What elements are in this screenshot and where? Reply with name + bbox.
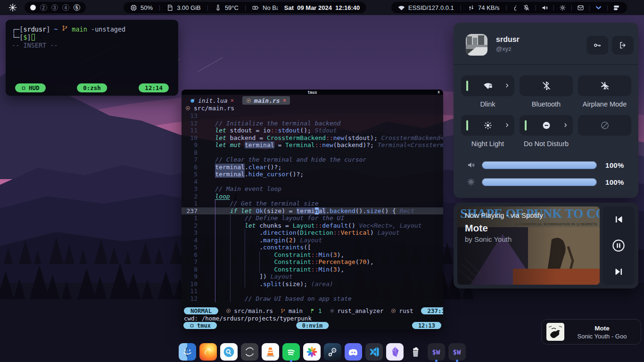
diagnostics-label: 1 [318,307,322,314]
workspace-2[interactable]: 2 [40,4,47,11]
token: ([ [304,244,311,251]
dock-steam[interactable] [324,343,341,361]
token: // Main event loop [200,185,281,192]
status-pill[interactable]: tmux [183,322,217,329]
running-indicator [435,360,438,362]
code-text: // Define layout for the UI [200,214,344,222]
cpu[interactable]: 50% [130,4,153,11]
toggle-button-blank[interactable] [578,115,631,136]
winbar: src/main.rs [185,105,234,111]
temperature[interactable]: 59°C [215,4,239,11]
microphone-muted[interactable] [520,4,533,11]
main-terminal-window[interactable]: tmux x init.lua×main.rs× src/main.rs 131… [182,90,443,330]
dock-photos[interactable] [303,343,321,361]
dock-obs[interactable] [241,343,258,361]
toggle-button-Bluetooth[interactable] [520,75,573,96]
code-text: Constraint::Percentage(70), [200,258,374,266]
workspace-4[interactable]: 4 [62,4,69,11]
token: Percentage [318,258,355,265]
volume[interactable] [538,4,552,11]
memory[interactable]: 3.00 GiB [166,4,201,11]
toggle-button-Night Light[interactable] [461,115,514,136]
toggle-button-Airplane Mode[interactable] [578,75,631,96]
token: ( [330,266,333,273]
token: ), [337,251,345,258]
logout-button[interactable] [612,36,634,55]
toggle-button-Do Not Disturb[interactable] [520,115,573,136]
settings[interactable] [556,4,570,11]
line-number: 7 [182,156,198,164]
toggle-button-Dlink[interactable] [461,75,514,96]
dock-vscode[interactable] [365,343,383,361]
dock-vlc[interactable] [262,343,279,361]
dock-firefox[interactable] [199,343,217,361]
volume-slider-row: 100% [454,160,638,170]
dock-spotify[interactable] [282,343,300,361]
tab-init.lua[interactable]: init.lua× [186,96,238,105]
token: let [215,141,226,148]
temperature-label: 59°C [225,4,239,11]
tab-close-icon[interactable]: × [283,97,286,104]
workspace-1[interactable] [30,5,36,10]
token: main [72,25,87,33]
git-branch-icon [62,25,68,32]
square-icon [190,323,194,328]
tab-main.rs[interactable]: main.rs× [242,96,290,105]
token: Ok [256,207,263,214]
indent-guide [259,251,260,273]
next-button[interactable] [614,267,624,277]
battery[interactable]: No Bat [252,4,281,11]
token: ] [46,25,54,33]
previous-button[interactable] [614,214,624,224]
token [200,251,274,258]
traffic-label: 74 KB/s [478,4,500,11]
status-pill[interactable]: HUD [15,83,46,92]
notification-album-art [546,323,564,341]
system-tray: ||||| [516,2,627,13]
status-pill[interactable]: 12:14 [139,83,169,92]
indent-guide [245,229,245,288]
tab-close-icon[interactable]: × [231,97,234,104]
layout[interactable] [610,4,623,11]
divider: | [533,4,537,11]
dock-qbittorrent[interactable] [220,343,238,361]
code-line: 12 // Initialize the terminal backend [182,120,443,127]
slider-track-volume[interactable] [482,161,597,169]
distro-logo-icon[interactable] [8,3,17,12]
status-pill[interactable]: 0:nvim [296,322,329,329]
token: ( [330,251,333,258]
token: (stdout); [344,134,381,141]
code-editor[interactable]: 1312 // Initialize the terminal backend1… [182,112,443,302]
diagnostics: 1 [310,307,322,314]
system-stats: 50%|3.00 GiB|59°C|No Bat [124,2,288,13]
dock-discord[interactable] [345,343,362,361]
hud-terminal-window[interactable]: ┌─[srdusr] ~ main -unstaged└─[$]-- INSER… [6,20,178,96]
wifi[interactable]: ESSID/127.0.0.1 [398,4,454,11]
notification-popup[interactable]: Mote Sonic Youth - Goo [541,319,641,345]
traffic[interactable]: 74 KB/s [468,4,500,11]
line-number: 8 [182,266,198,273]
pause-button[interactable] [611,239,626,253]
clock[interactable]: Sat 09 Mar 2024 12:16:40 [278,2,366,13]
password-button[interactable] [586,36,608,55]
mail[interactable] [574,4,587,11]
token: terminal [215,171,245,178]
workspace-3[interactable]: 3 [51,4,58,11]
dock-sw-tile-1[interactable]: $W [428,343,445,361]
workspace-5[interactable]: 5 [74,4,81,11]
dock-file-manager[interactable] [179,343,196,361]
close-button[interactable]: x [438,90,440,94]
mode-indicator: NORMAL [184,307,218,314]
dock-obsidian[interactable] [386,343,404,361]
dock-trash[interactable] [407,343,424,361]
dock-sw-tile-2[interactable]: $W [448,343,466,361]
status-pill[interactable]: 12:13 [412,322,441,329]
minus-circle-icon [542,121,551,130]
code-line: 12 // Draw UI based on app state [182,295,443,303]
status-pill[interactable]: 0:zsh [77,83,107,92]
toggle-label: Night Light [461,136,514,155]
divider: | [459,4,463,11]
slider-track-brightness[interactable] [482,178,597,186]
updates[interactable] [592,4,605,11]
token [200,141,215,148]
